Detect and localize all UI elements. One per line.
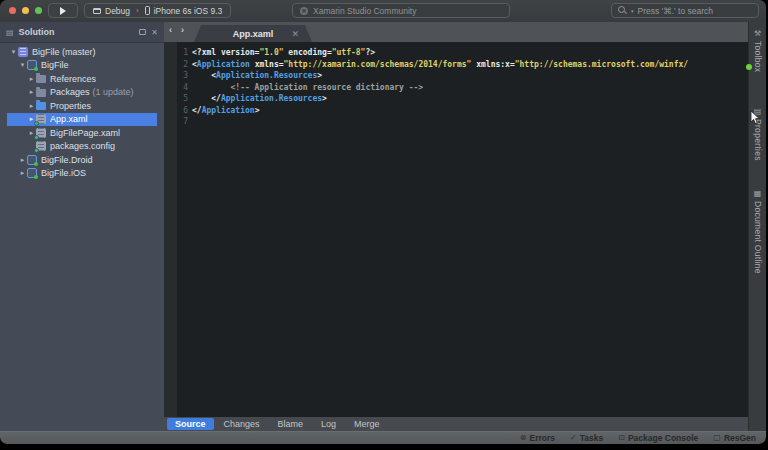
tree-item-bigfilepage-xaml[interactable]: ▸BigFilePage.xaml [7,126,157,140]
xaml-file-icon [36,128,46,138]
close-window-button[interactable] [9,7,16,14]
code-token: "http://schemas.microsoft.com/winfx/ [515,60,688,69]
run-play-icon [60,7,66,15]
dock-tab-label: Properties [753,119,763,161]
solution-pad-header: ▤ Solution ✕ [0,22,164,43]
quick-task-status-icon[interactable] [746,64,752,70]
minimize-window-button[interactable] [22,7,29,14]
tree-item-bigfile[interactable]: ▾BigFile [7,59,157,73]
vc-tab-changes[interactable]: Changes [216,418,268,430]
statusbar: ⊗Errors✓Tasks⊡Package Console▢ResGen [0,431,766,444]
version-control-tabs: SourceChangesBlameLogMerge [164,417,748,431]
code-token: > [322,94,327,103]
editor-column: ‹ › App.xaml ✕ 1<?xml version="1.0" enco… [164,22,748,431]
tree-item-label: BigFile.Droid [41,155,93,165]
window-config-icon [93,8,101,14]
statusbar-item-label: Tasks [580,433,603,443]
run-button[interactable] [48,3,78,18]
tree-item-bigfile-ios[interactable]: ▸BigFile.iOS [7,167,157,181]
tree-item-packages-config[interactable]: packages.config [7,140,157,154]
line-number: 4 [164,82,192,94]
code-token: <!-- Application resource dictionary --> [231,83,424,92]
code-token: > [317,71,322,80]
tree-item-bigfile-master[interactable]: ▾BigFile (master) [7,45,157,59]
disclosure-right-icon[interactable]: ▸ [27,75,36,83]
statusbar-tasks[interactable]: ✓Tasks [570,433,603,443]
code-token: xmlns= [250,60,284,69]
search-scope-caret-icon[interactable]: ▾ [631,8,634,14]
project-icon [27,60,37,70]
disclosure-right-icon[interactable]: ▸ [18,169,27,177]
dock-tab-document-outline[interactable]: ▦Document Outline [749,190,766,274]
statusbar-package-console[interactable]: ⊡Package Console [618,433,698,443]
dock-tab-label: Toolbox [753,41,763,72]
package-console-icon: ⊡ [618,434,625,442]
code-token: Application [197,60,250,69]
project-icon [27,155,37,165]
search-input[interactable]: ▾ Press '⌘.' to search [611,3,759,18]
main-area: ▤ Solution ✕ ▾BigFile (master)▾BigFile▸R… [0,22,766,431]
code-token: encoding= [284,48,332,57]
disclosure-right-icon[interactable]: ▸ [18,156,27,164]
tab-close-icon[interactable]: ✕ [291,29,299,39]
solution-tree: ▾BigFile (master)▾BigFile▸References▸Pac… [0,43,164,180]
tree-item-label: Properties [50,101,91,111]
code-token: </ [192,106,202,115]
statusbar-errors[interactable]: ⊗Errors [520,433,555,443]
vc-tab-blame[interactable]: Blame [270,418,312,430]
editor-tabbar: ‹ › App.xaml ✕ [164,22,748,42]
code-line-6: 6</Application> [164,105,748,117]
code-line-content: <?xml version="1.0" encoding="utf-8"?> [192,47,375,59]
code-line-2: 2<Application xmlns="http://xamarin.com/… [164,59,748,71]
config-debug-selector[interactable]: Debug [87,4,136,17]
device-selector[interactable]: iPhone 6s iOS 9.3 [139,4,229,17]
tree-item-label: References [50,74,96,84]
close-icon[interactable]: ✕ [151,28,158,37]
tab-app-xaml[interactable]: App.xaml ✕ [194,25,312,42]
xaml-file-icon [36,114,46,124]
solution-icon [18,47,28,57]
tree-item-bigfile-droid[interactable]: ▸BigFile.Droid [7,153,157,167]
status-text: Xamarin Studio Community [313,6,416,16]
tree-item-label: App.xaml [50,114,88,124]
code-editor[interactable]: 1<?xml version="1.0" encoding="utf-8"?>2… [164,42,748,417]
disclosure-down-icon[interactable]: ▾ [18,61,27,69]
tree-item-references[interactable]: ▸References [7,72,157,86]
statusbar-item-label: Errors [530,433,556,443]
code-token: <?xml version= [192,48,259,57]
line-number: 7 [164,116,192,128]
code-token: "http://xamarin.com/schemas/2014/forms" [284,60,472,69]
code-token: > [255,106,260,115]
vc-tab-source[interactable]: Source [167,418,214,430]
references-folder-icon [36,75,46,83]
code-token: Application.Resources [216,71,317,80]
nav-back-icon[interactable]: ‹ [169,25,172,35]
code-token [192,83,231,92]
disclosure-right-icon[interactable]: ▸ [27,102,36,110]
tree-item-properties[interactable]: ▸Properties [7,99,157,113]
status-display: ✕ Xamarin Studio Community [292,3,510,18]
phone-icon [145,6,150,15]
mouse-cursor [750,110,761,125]
code-token: "utf-8" [332,48,366,57]
tree-item-packages[interactable]: ▸Packages(1 update) [7,86,157,100]
vc-tab-merge[interactable]: Merge [346,418,388,430]
dock-icon[interactable] [139,29,146,35]
pad-list-icon: ▤ [6,28,14,37]
configuration-selector: Debug › iPhone 6s iOS 9.3 [84,3,231,18]
line-number: 6 [164,105,192,117]
window-controls [9,7,42,14]
zoom-window-button[interactable] [35,7,42,14]
tree-item-app-xaml[interactable]: ▸App.xaml [7,113,157,127]
config-file-icon [36,141,46,151]
code-line-content: <Application.Resources> [192,70,322,82]
statusbar-resgen[interactable]: ▢ResGen [713,433,756,443]
disclosure-down-icon[interactable]: ▾ [9,48,18,56]
nav-forward-icon[interactable]: › [181,25,184,35]
device-label: iPhone 6s iOS 9.3 [154,6,223,16]
vc-tab-log[interactable]: Log [313,418,344,430]
tree-item-label: BigFilePage.xaml [50,128,120,138]
code-line-content: <!-- Application resource dictionary --> [192,82,423,94]
disclosure-right-icon[interactable]: ▸ [27,88,36,96]
code-token: ?> [365,48,375,57]
